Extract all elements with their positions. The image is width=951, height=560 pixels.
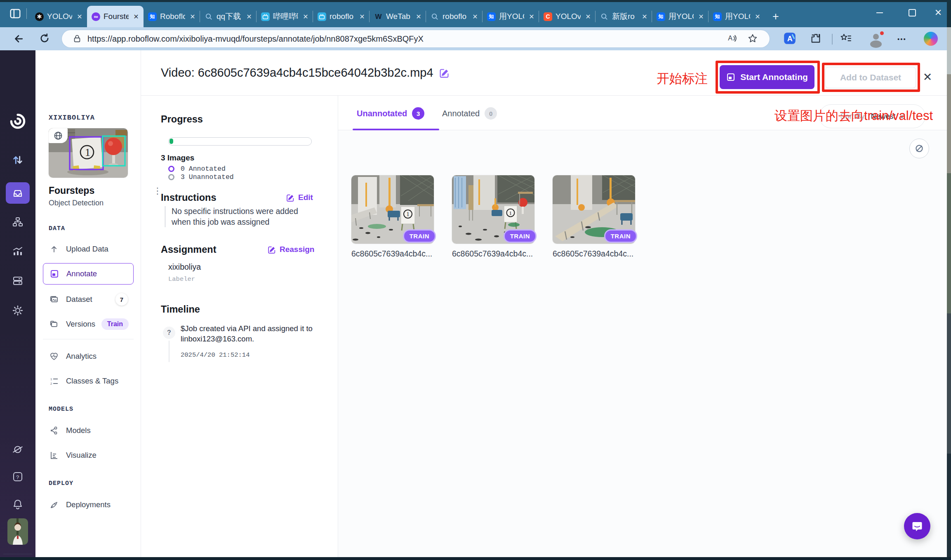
annotate-inbox-icon[interactable] bbox=[0, 186, 35, 200]
tab-close-icon[interactable] bbox=[188, 12, 197, 21]
browser-tab-foursteps-active[interactable]: Foursteps bbox=[87, 6, 144, 27]
tab-overview-icon[interactable] bbox=[9, 7, 21, 20]
tab-close-icon[interactable] bbox=[471, 12, 479, 21]
tab-close-icon[interactable] bbox=[132, 12, 140, 21]
translate-icon[interactable]: A bbox=[783, 31, 795, 44]
copilot-icon[interactable] bbox=[924, 32, 938, 46]
analytics-rail-icon[interactable] bbox=[0, 245, 35, 258]
tab-close-icon[interactable] bbox=[640, 12, 649, 21]
browser-tab-roboflow-bili[interactable]: roboflo bbox=[313, 6, 370, 27]
tab-close-icon[interactable] bbox=[697, 12, 705, 21]
sidebar-item-upload-data[interactable]: Upload Data bbox=[43, 240, 134, 258]
tab-close-icon[interactable] bbox=[527, 12, 536, 21]
sidebar-item-dataset[interactable]: Dataset 7 bbox=[43, 290, 134, 308]
tab-annotated[interactable]: Annotated 0 bbox=[442, 107, 497, 120]
notifications-bell-icon[interactable] bbox=[0, 498, 35, 511]
zhihu-favicon-icon bbox=[148, 12, 157, 21]
instructions-body: No specific instructions were added when… bbox=[165, 206, 313, 227]
tab-close-icon[interactable] bbox=[753, 12, 762, 21]
url-bar[interactable]: https://app.roboflow.com/xixiboliya-mvuq… bbox=[62, 30, 770, 47]
refresh-icon[interactable] bbox=[39, 33, 51, 45]
window-close-button[interactable] bbox=[929, 4, 948, 21]
favorite-star-icon[interactable] bbox=[747, 33, 759, 45]
unannotated-tab-label: Unannotated bbox=[357, 109, 407, 118]
sidebar-item-analytics[interactable]: Analytics bbox=[43, 347, 134, 365]
svg-text:1: 1 bbox=[509, 210, 512, 216]
favorites-bar-icon[interactable] bbox=[840, 33, 852, 45]
edit-label: Edit bbox=[298, 193, 313, 202]
browser-tab-roboflow-zhihu[interactable]: Roboflo bbox=[144, 6, 200, 27]
sort-arrows-icon[interactable] bbox=[0, 153, 35, 167]
section-header-models: MODELS bbox=[49, 406, 73, 413]
train-status-badge[interactable]: Train bbox=[101, 318, 129, 330]
sidebar-item-models[interactable]: Models bbox=[43, 421, 134, 440]
toggle-annotations-button[interactable] bbox=[909, 139, 929, 158]
settings-gear-icon[interactable] bbox=[0, 304, 35, 317]
sidebar-item-visualize[interactable]: Visualize bbox=[43, 446, 134, 464]
user-avatar[interactable] bbox=[7, 518, 28, 545]
progress-fill bbox=[169, 139, 173, 144]
workspace-name[interactable]: XIXIBOLIYA bbox=[49, 114, 95, 122]
tab-close-icon[interactable] bbox=[301, 12, 310, 21]
workflow-icon[interactable] bbox=[0, 215, 35, 228]
tabbar-separator bbox=[26, 8, 27, 19]
tab-close-icon[interactable] bbox=[358, 12, 366, 21]
tab-close-icon[interactable] bbox=[414, 12, 423, 21]
extensions-puzzle-icon[interactable] bbox=[810, 33, 822, 45]
window-minimize-button[interactable] bbox=[870, 4, 889, 21]
search-favicon-icon bbox=[431, 12, 439, 21]
image-filename: 6c8605c7639a4cb4c... bbox=[553, 249, 643, 259]
browser-tab-newver-search[interactable]: 新版ro bbox=[596, 6, 652, 27]
browser-tab-wetab[interactable]: WeTab bbox=[370, 6, 426, 27]
tab-close-icon[interactable] bbox=[245, 12, 253, 21]
window-maximize-button[interactable] bbox=[903, 4, 922, 21]
edit-instructions-link[interactable]: Edit bbox=[286, 193, 313, 202]
image-card[interactable]: TRAIN bbox=[553, 175, 635, 244]
browser-profile-avatar[interactable] bbox=[869, 31, 884, 47]
project-name[interactable]: Foursteps bbox=[49, 185, 94, 196]
sidebar-item-deployments[interactable]: Deployments bbox=[43, 496, 134, 514]
sidebar-item-classes-tags[interactable]: 12 Classes & Tags bbox=[43, 372, 134, 390]
browser-tab-yolo-zhihu-3[interactable]: 用YOLO bbox=[709, 6, 765, 27]
svg-text:1: 1 bbox=[85, 146, 90, 158]
browser-tab-qq-download[interactable]: qq下载 bbox=[200, 6, 257, 27]
universe-planet-icon[interactable] bbox=[0, 443, 35, 456]
url-text[interactable]: https://app.roboflow.com/xixiboliya-mvuq… bbox=[87, 34, 727, 44]
svg-text:1: 1 bbox=[407, 211, 410, 217]
project-sidebar: XIXIBOLIYA 1 Foursteps Object Detec bbox=[35, 50, 141, 557]
image-card[interactable]: 1 TRAIN bbox=[351, 175, 434, 244]
dataset-count-badge: 7 bbox=[115, 293, 128, 306]
annotate-icon bbox=[50, 269, 59, 278]
browser-tab-yolo-zhihu-2[interactable]: 用YOLO bbox=[652, 6, 709, 27]
tab-close-icon[interactable] bbox=[584, 12, 592, 21]
svg-text:2: 2 bbox=[50, 382, 52, 386]
sidebar-item-versions[interactable]: Versions Train bbox=[43, 315, 134, 333]
browser-tab-yolov8-csdn[interactable]: YOLOv8 bbox=[539, 6, 596, 27]
svg-text:1: 1 bbox=[50, 377, 52, 381]
dataset-server-icon[interactable] bbox=[0, 274, 35, 287]
chatgpt-favicon-icon bbox=[35, 12, 44, 21]
close-job-icon[interactable] bbox=[920, 70, 935, 84]
read-aloud-icon[interactable]: A bbox=[727, 33, 738, 45]
tab-unannotated-active[interactable]: Unannotated 3 bbox=[357, 107, 424, 120]
edit-title-pencil-icon[interactable] bbox=[439, 68, 450, 78]
browser-tab-yolo-zhihu-1[interactable]: 用YOLO bbox=[483, 6, 539, 27]
browser-tab-yolov8[interactable]: YOLOv8 bbox=[31, 6, 87, 27]
versions-folders-icon bbox=[49, 320, 59, 329]
chat-widget-button[interactable] bbox=[904, 513, 930, 539]
settings-more-icon[interactable] bbox=[895, 33, 909, 45]
tab-close-icon[interactable] bbox=[75, 12, 84, 21]
project-menu-kebab-icon[interactable] bbox=[152, 185, 163, 197]
browser-tab-roboflow-search[interactable]: roboflo bbox=[426, 6, 483, 27]
back-icon[interactable] bbox=[12, 33, 25, 45]
image-card[interactable]: 1 TRAIN bbox=[452, 175, 534, 244]
annotated-bullet-icon bbox=[168, 166, 174, 172]
zhihu-favicon-icon bbox=[487, 12, 496, 21]
help-icon[interactable]: ? bbox=[0, 470, 35, 483]
public-globe-icon bbox=[49, 128, 68, 143]
sidebar-item-annotate-active[interactable]: Annotate bbox=[43, 263, 134, 285]
browser-tab-bilibili[interactable]: 哔哩哔哩 bbox=[257, 6, 313, 27]
roboflow-logo-icon[interactable] bbox=[0, 111, 35, 131]
reassign-link[interactable]: Reassign bbox=[268, 245, 314, 254]
new-tab-button[interactable] bbox=[767, 8, 784, 25]
